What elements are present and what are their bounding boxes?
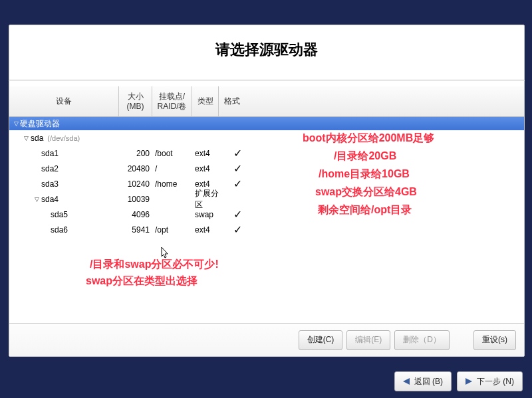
group-row-hard-drives[interactable]: ▽ 硬盘驱动器 — [9, 117, 524, 130]
partition-size: 5941 — [119, 225, 152, 235]
table-row[interactable]: ▽sda410039扩展分区 — [9, 191, 524, 207]
arrow-right-icon — [466, 378, 472, 385]
table-row[interactable]: sda310240/homeext4✓ — [9, 176, 524, 191]
partition-size: 10039 — [119, 195, 152, 204]
partition-type: ext4 — [192, 225, 224, 235]
col-format[interactable]: 格式 — [219, 86, 245, 116]
format-checkmark: ✓ — [224, 147, 251, 159]
chevron-down-icon: ▽ — [12, 120, 20, 127]
group-label: 硬盘驱动器 — [20, 118, 60, 130]
chevron-down-icon: ▽ — [32, 196, 41, 203]
main-panel: 请选择源驱动器 设备 大小 (MB) 挂载点/ RAID/卷 类型 格式 ▽ 硬… — [9, 25, 525, 357]
create-button[interactable]: 创建(C) — [299, 330, 343, 350]
partition-mount: /home — [152, 179, 192, 189]
delete-button: 删除（D） — [394, 330, 450, 350]
back-button[interactable]: 返回 (B) — [394, 371, 452, 391]
action-button-bar: 创建(C) 编辑(E) 删除（D） 重设(s) — [9, 323, 524, 356]
partition-size: 4096 — [119, 210, 152, 219]
table-row[interactable]: sda65941/optext4✓ — [9, 222, 524, 237]
chevron-down-icon: ▽ — [21, 135, 31, 142]
partition-table: 设备 大小 (MB) 挂载点/ RAID/卷 类型 格式 ▽ 硬盘驱动器 ▽ s… — [9, 86, 524, 322]
disk-row-sda[interactable]: ▽ sda (/dev/sda) — [9, 130, 524, 146]
partition-type: ext4 — [192, 149, 224, 158]
partition-mount: / — [152, 164, 192, 173]
next-button[interactable]: 下一步 (N) — [457, 371, 523, 391]
partition-size: 20480 — [119, 164, 152, 173]
page-title: 请选择源驱动器 — [9, 40, 524, 60]
table-row[interactable]: sda54096swap✓ — [9, 207, 524, 222]
nav-button-bar: 返回 (B) 下一步 (N) — [0, 365, 532, 398]
col-mount[interactable]: 挂载点/ RAID/卷 — [152, 86, 192, 116]
format-checkmark: ✓ — [224, 208, 251, 221]
disk-name: sda — [31, 134, 43, 143]
arrow-left-icon — [403, 378, 410, 385]
edit-button: 编辑(E) — [346, 330, 390, 350]
partition-name: sda6 — [51, 225, 68, 235]
partition-type: ext4 — [192, 164, 224, 173]
divider — [9, 80, 525, 81]
partition-mount: /opt — [152, 225, 192, 235]
col-type[interactable]: 类型 — [192, 86, 219, 116]
table-body: ▽ 硬盘驱动器 ▽ sda (/dev/sda) sda1200/bootext… — [9, 117, 524, 237]
col-device[interactable]: 设备 — [9, 86, 119, 116]
table-header: 设备 大小 (MB) 挂载点/ RAID/卷 类型 格式 — [9, 86, 524, 117]
reset-button[interactable]: 重设(s) — [473, 330, 516, 350]
partition-type: swap — [192, 210, 224, 219]
partition-name: sda3 — [41, 179, 59, 189]
format-checkmark: ✓ — [224, 177, 251, 190]
partition-type: ext4 — [192, 179, 224, 189]
partition-name: sda1 — [41, 149, 59, 158]
table-row[interactable]: sda220480/ext4✓ — [9, 161, 524, 176]
format-checkmark: ✓ — [224, 162, 251, 175]
partition-type: 扩展分区 — [192, 188, 224, 211]
disk-path: (/dev/sda) — [47, 134, 80, 142]
format-checkmark: ✓ — [224, 223, 251, 236]
partition-mount: /boot — [152, 149, 192, 158]
table-row[interactable]: sda1200/bootext4✓ — [9, 146, 524, 161]
partition-size: 10240 — [119, 179, 152, 189]
partition-size: 200 — [119, 149, 152, 158]
partition-name: sda2 — [41, 164, 59, 173]
partition-name: sda5 — [51, 210, 68, 219]
partition-name: sda4 — [41, 195, 59, 204]
col-size[interactable]: 大小 (MB) — [119, 86, 152, 116]
